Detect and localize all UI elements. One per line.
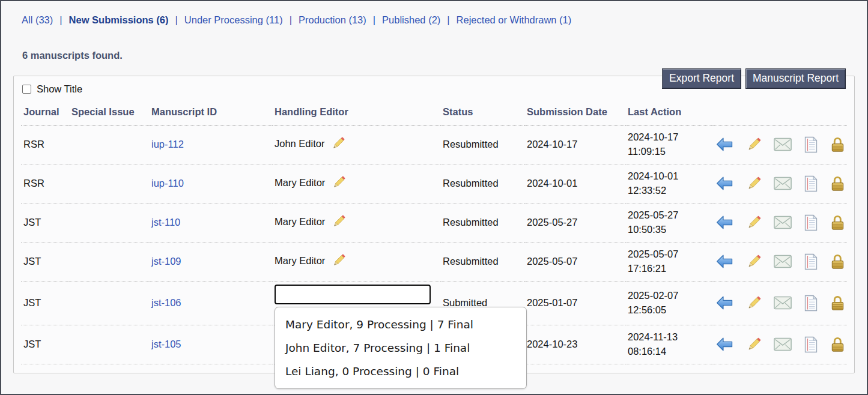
- nav-separator: |: [447, 14, 449, 25]
- manuscript-id-link[interactable]: iup-110: [151, 178, 184, 188]
- show-title-label: Show Title: [37, 83, 82, 95]
- filter-under-processing[interactable]: Under Processing (11): [184, 14, 283, 25]
- report-toolbar: Export Report Manuscript Report: [662, 68, 846, 89]
- journal-cell: JST: [21, 325, 69, 364]
- nav-separator: |: [373, 14, 375, 25]
- show-title-checkbox[interactable]: [22, 85, 31, 94]
- submission-date-cell: 2025-05-07: [524, 242, 625, 281]
- table-row: RSR iup-112 John Editor Resubmitted 2024…: [21, 125, 847, 164]
- journal-cell: JST: [21, 203, 69, 242]
- last-action-cell: 2024-10-01 12:33:52: [628, 169, 691, 198]
- status-cell: Resubmitted: [440, 242, 524, 281]
- pencil-icon[interactable]: [745, 175, 762, 192]
- manuscript-id-link[interactable]: jst-110: [151, 217, 180, 228]
- envelope-icon[interactable]: [774, 176, 792, 190]
- submission-date-cell: 2024-10-23: [524, 325, 625, 364]
- pencil-icon[interactable]: [745, 336, 762, 353]
- last-action-cell: 2024-10-17 11:09:15: [628, 130, 691, 159]
- status-cell: Resubmitted: [440, 125, 524, 164]
- handling-editor-cell: Mary Editor, 9 Processing | 7 Final John…: [272, 281, 440, 325]
- row-actions: [713, 203, 847, 242]
- manuscript-id-link[interactable]: jst-106: [151, 297, 181, 308]
- col-status: Status: [440, 100, 524, 125]
- nav-separator: |: [59, 14, 62, 25]
- document-icon[interactable]: [804, 253, 818, 270]
- document-icon[interactable]: [804, 214, 818, 231]
- nav-separator: |: [175, 14, 178, 25]
- row-actions: [713, 242, 847, 281]
- unlock-icon[interactable]: [830, 253, 846, 270]
- edit-editor-pencil-icon[interactable]: [331, 175, 347, 193]
- journal-cell: RSR: [21, 125, 69, 164]
- row-actions: [713, 164, 847, 203]
- envelope-icon[interactable]: [774, 255, 792, 268]
- pencil-icon[interactable]: [745, 295, 762, 312]
- journal-cell: RSR: [21, 164, 69, 203]
- handling-editor-input[interactable]: [275, 285, 431, 304]
- journal-cell: JST: [21, 242, 69, 281]
- manuscript-report-button[interactable]: Manuscript Report: [745, 68, 846, 89]
- col-handling-editor: Handling Editor: [272, 100, 440, 125]
- back-arrow-icon[interactable]: [715, 215, 733, 230]
- col-special-issue: Special Issue: [69, 100, 149, 125]
- document-icon[interactable]: [804, 136, 818, 153]
- table-row: RSR iup-110 Mary Editor Resubmitted 2024…: [21, 164, 847, 203]
- last-action-cell: 2025-02-07 12:56:05: [628, 289, 691, 318]
- back-arrow-icon[interactable]: [715, 337, 733, 352]
- editor-option[interactable]: Lei Liang, 0 Processing | 0 Final: [275, 360, 526, 383]
- row-actions: [713, 281, 847, 325]
- pencil-icon[interactable]: [745, 214, 762, 231]
- submission-date-cell: 2024-10-17: [524, 125, 625, 164]
- editor-autocomplete: Mary Editor, 9 Processing | 7 Final John…: [275, 285, 438, 304]
- handling-editor-name: Mary Editor: [275, 177, 325, 188]
- table-header-row: Journal Special Issue Manuscript ID Hand…: [21, 100, 847, 125]
- back-arrow-icon[interactable]: [715, 176, 733, 191]
- document-icon[interactable]: [804, 336, 818, 353]
- manuscript-id-link[interactable]: jst-105: [151, 339, 181, 349]
- edit-editor-pencil-icon[interactable]: [331, 214, 347, 232]
- last-action-cell: 2025-05-07 17:16:21: [628, 247, 691, 276]
- unlock-icon[interactable]: [830, 295, 846, 312]
- unlock-icon[interactable]: [830, 175, 846, 192]
- submission-date-cell: 2025-05-27: [524, 203, 625, 242]
- edit-editor-pencil-icon[interactable]: [330, 136, 346, 154]
- last-action-cell: 2025-05-27 10:50:35: [628, 208, 691, 237]
- filter-new-submissions[interactable]: New Submissions (6): [69, 14, 169, 25]
- submission-date-cell: 2024-10-01: [524, 164, 625, 203]
- manuscripts-page: All (33)|New Submissions (6)|Under Proce…: [0, 0, 868, 395]
- editor-options-menu: Mary Editor, 9 Processing | 7 Final John…: [275, 307, 527, 389]
- row-actions: [713, 325, 847, 364]
- col-last-action: Last Action: [625, 100, 713, 125]
- manuscript-id-link[interactable]: iup-112: [151, 139, 184, 149]
- envelope-icon[interactable]: [774, 337, 792, 351]
- table-row: JST jst-106 Mary Editor, 9 Processing | …: [21, 281, 847, 325]
- pencil-icon[interactable]: [745, 253, 762, 270]
- export-report-button[interactable]: Export Report: [662, 68, 741, 89]
- back-arrow-icon[interactable]: [715, 254, 733, 269]
- pencil-icon[interactable]: [745, 136, 762, 153]
- filter-published[interactable]: Published (2): [382, 14, 440, 25]
- row-actions: [713, 125, 847, 164]
- submission-date-cell: 2025-01-07: [524, 281, 625, 325]
- document-icon[interactable]: [804, 175, 818, 192]
- journal-cell: JST: [21, 281, 69, 325]
- envelope-icon[interactable]: [774, 296, 792, 310]
- editor-option[interactable]: Mary Editor, 9 Processing | 7 Final: [275, 313, 526, 336]
- envelope-icon[interactable]: [774, 137, 792, 151]
- unlock-icon[interactable]: [830, 214, 846, 231]
- envelope-icon[interactable]: [774, 216, 792, 229]
- table-row: JST jst-110 Mary Editor Resubmitted 2025…: [21, 203, 847, 242]
- document-icon[interactable]: [804, 295, 818, 312]
- unlock-icon[interactable]: [830, 136, 846, 153]
- handling-editor-name: Mary Editor: [275, 216, 325, 227]
- filter-all[interactable]: All (33): [22, 14, 53, 25]
- editor-option[interactable]: John Editor, 7 Processing | 1 Final: [275, 336, 526, 360]
- unlock-icon[interactable]: [830, 336, 846, 353]
- manuscript-id-link[interactable]: jst-109: [151, 256, 181, 267]
- edit-editor-pencil-icon[interactable]: [331, 253, 347, 271]
- filter-rejected-withdrawn[interactable]: Rejected or Withdrawn (1): [457, 14, 572, 25]
- back-arrow-icon[interactable]: [715, 295, 733, 310]
- col-journal: Journal: [21, 100, 69, 125]
- filter-production[interactable]: Production (13): [299, 14, 366, 25]
- back-arrow-icon[interactable]: [715, 137, 733, 152]
